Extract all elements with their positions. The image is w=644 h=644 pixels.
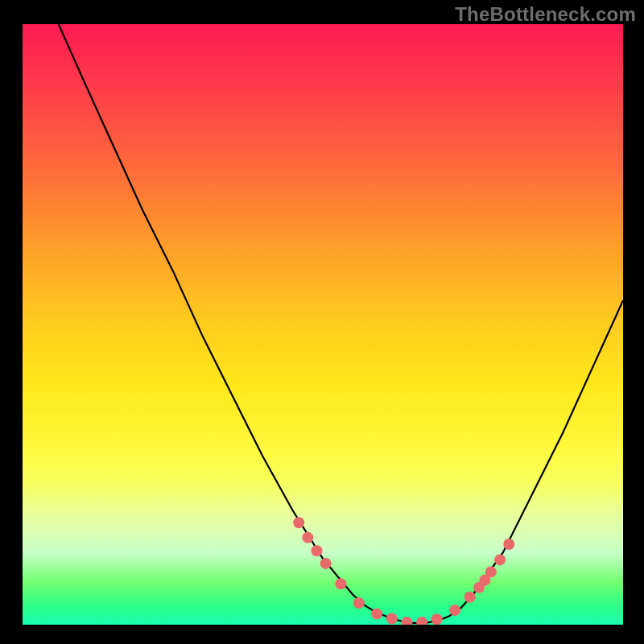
threshold-dot <box>494 554 506 565</box>
threshold-dot <box>335 578 346 589</box>
threshold-dot <box>503 539 514 550</box>
threshold-dot <box>312 545 323 556</box>
threshold-dot <box>293 517 304 528</box>
threshold-dot <box>416 617 427 625</box>
threshold-dot <box>353 597 365 609</box>
chart-frame: TheBottleneck.com <box>0 0 644 644</box>
threshold-dot <box>401 617 412 625</box>
threshold-dots <box>293 517 514 625</box>
threshold-dot <box>320 558 332 569</box>
threshold-dot <box>485 566 497 577</box>
watermark-text: TheBottleneck.com <box>455 3 636 26</box>
threshold-dot <box>302 532 313 543</box>
bottleneck-curve <box>59 24 623 623</box>
threshold-dot <box>464 592 476 603</box>
threshold-dot <box>431 613 443 625</box>
threshold-dot <box>371 609 382 620</box>
bottleneck-curve-svg <box>23 24 623 625</box>
threshold-dot <box>449 605 460 616</box>
threshold-dot <box>386 613 398 625</box>
plot-area <box>23 24 623 625</box>
